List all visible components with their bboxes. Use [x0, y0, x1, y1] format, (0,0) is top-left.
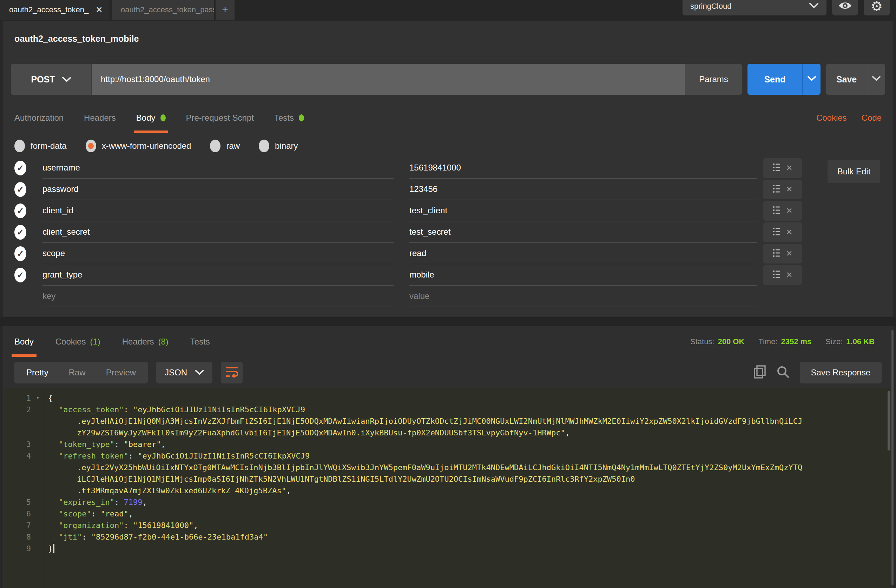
kv-key[interactable]: client_id	[43, 200, 393, 221]
kv-value[interactable]: 123456	[409, 179, 757, 200]
kv-value[interactable]: test_secret	[409, 221, 757, 243]
close-icon[interactable]: ✕	[88, 5, 102, 15]
code-link[interactable]: Code	[862, 113, 882, 123]
kv-value[interactable]: 15619841000	[409, 157, 757, 179]
kv-key-placeholder[interactable]: key	[43, 286, 393, 307]
body-mode-label: form-data	[30, 141, 67, 151]
code-line: "jti": "85296d87-f2b0-44e1-b66e-23e1ba1f…	[43, 531, 892, 543]
body-mode-raw[interactable]: raw	[210, 140, 240, 152]
copy-icon[interactable]	[753, 365, 766, 380]
kv-row: ✓grant_typemobile✕	[14, 264, 882, 286]
save-button-group: Save	[826, 64, 885, 95]
response-tab-headers[interactable]: Headers(8)	[122, 326, 169, 357]
body-mode-x-www-form-urlencoded[interactable]: x-www-form-urlencoded	[86, 140, 191, 152]
response-tab-tests[interactable]: Tests	[190, 326, 210, 357]
params-button[interactable]: Params	[685, 64, 742, 95]
checkbox-checked-icon[interactable]: ✓	[14, 268, 26, 283]
tab-label: Tests	[274, 113, 294, 123]
tab-headers[interactable]: Headers	[84, 102, 116, 133]
kv-check-cell: ✓	[14, 246, 43, 261]
save-button[interactable]: Save	[826, 64, 867, 95]
view-mode-raw[interactable]: Raw	[69, 368, 86, 377]
status-label: Status:	[690, 337, 714, 346]
drag-handle-icon[interactable]	[773, 163, 780, 173]
tab-tests[interactable]: Tests	[274, 102, 304, 133]
kv-row-actions: ✕	[763, 158, 802, 178]
search-icon[interactable]	[777, 366, 789, 380]
response-tab-body[interactable]: Body	[14, 326, 34, 357]
response-scrollbar[interactable]	[888, 391, 890, 450]
remove-row-icon[interactable]: ✕	[786, 164, 792, 173]
url-input[interactable]	[91, 64, 685, 95]
send-options-button[interactable]	[802, 64, 820, 95]
code-line: .tf3MRmqavA7mjZXl9w0ZkLxed6UZkrkZ_4KDjg5…	[43, 485, 892, 497]
kv-key[interactable]: username	[43, 157, 393, 179]
view-mode-group: PrettyRawPreview	[14, 362, 148, 383]
kv-row-actions: ✕	[763, 179, 802, 199]
bulk-edit-button[interactable]: Bulk Edit	[827, 160, 880, 183]
checkbox-checked-icon[interactable]: ✓	[14, 161, 26, 175]
kv-value[interactable]: test_client	[409, 200, 757, 221]
checkbox-checked-icon[interactable]: ✓	[14, 246, 26, 261]
drag-handle-icon[interactable]	[773, 184, 780, 195]
view-mode-preview[interactable]: Preview	[106, 368, 136, 377]
remove-row-icon[interactable]: ✕	[786, 185, 792, 194]
save-options-button[interactable]	[867, 64, 885, 95]
method-selector[interactable]: POST	[11, 64, 91, 95]
environment-selector[interactable]: springCloud	[683, 0, 826, 15]
response-tab-cookies[interactable]: Cookies(1)	[55, 326, 101, 357]
status-badge: 200 OK	[718, 337, 744, 346]
remove-row-icon[interactable]: ✕	[786, 249, 792, 258]
code-token: "token_type"	[59, 440, 114, 449]
body-mode-form-data[interactable]: form-data	[14, 140, 67, 152]
bulk-edit-label: Bulk Edit	[837, 167, 871, 176]
remove-row-icon[interactable]: ✕	[786, 206, 792, 216]
send-label: Send	[764, 74, 785, 85]
line-number: 9	[4, 543, 43, 554]
code-token: "organization"	[59, 521, 123, 530]
checkbox-checked-icon[interactable]: ✓	[14, 182, 26, 197]
open-tab-oauth2-access-token-passv[interactable]: oauth2_access_token_passv	[112, 0, 214, 20]
remove-row-icon[interactable]: ✕	[786, 228, 792, 237]
checkbox-checked-icon[interactable]: ✓	[14, 204, 26, 218]
kv-value[interactable]: read	[409, 243, 757, 264]
drag-handle-icon[interactable]	[773, 270, 780, 280]
format-selector[interactable]: JSON	[156, 362, 212, 383]
body-mode-binary[interactable]: binary	[259, 140, 298, 152]
drag-handle-icon[interactable]	[773, 248, 780, 259]
remove-row-icon[interactable]: ✕	[786, 270, 792, 280]
kv-key[interactable]: grant_type	[43, 264, 393, 286]
send-button[interactable]: Send	[748, 64, 802, 95]
kv-value-placeholder[interactable]: value	[409, 286, 757, 307]
environment-quick-look-button[interactable]	[832, 0, 858, 15]
tab-pre-request-script[interactable]: Pre-request Script	[186, 102, 254, 133]
save-response-button[interactable]: Save Response	[800, 362, 882, 383]
new-tab-button[interactable]: +	[216, 0, 235, 20]
tab-label: Headers	[84, 113, 116, 123]
checkbox-checked-icon[interactable]: ✓	[14, 225, 26, 240]
wrap-lines-button[interactable]	[221, 362, 242, 383]
response-body-viewer: 1▾23456789 {"access_token": "eyJhbGciOiJ…	[4, 388, 892, 588]
kv-key[interactable]: client_secret	[43, 221, 393, 243]
tab-body[interactable]: Body	[136, 102, 166, 133]
drag-handle-icon[interactable]	[773, 227, 780, 237]
code-line: .eyJleHAiOjE1NjQ0MjA3MjcsInVzZXJfbmFtZSI…	[43, 415, 892, 427]
tab-authorization[interactable]: Authorization	[14, 102, 64, 133]
drag-handle-icon[interactable]	[773, 205, 780, 216]
request-links: Cookies Code	[816, 113, 882, 123]
save-label: Save	[836, 74, 857, 85]
code-token: "read"	[101, 509, 128, 518]
cookies-link[interactable]: Cookies	[816, 113, 847, 123]
collapse-caret-icon[interactable]: ▾	[36, 392, 39, 404]
kv-key[interactable]: scope	[43, 243, 393, 264]
settings-button[interactable]: ⚙	[864, 0, 890, 15]
line-number	[4, 462, 43, 473]
code-line: "refresh_token": "eyJhbGciOiJIUzI1NiIsIn…	[43, 450, 892, 462]
gear-icon: ⚙	[871, 0, 883, 13]
view-mode-pretty[interactable]: Pretty	[26, 368, 49, 377]
open-tab-oauth2-access-token[interactable]: oauth2_access_token_ ✕	[0, 0, 110, 20]
window-scrollbar[interactable]	[891, 330, 893, 585]
kv-value[interactable]: mobile	[409, 264, 757, 286]
kv-check-cell: ✓	[14, 161, 43, 175]
kv-key[interactable]: password	[43, 179, 393, 200]
